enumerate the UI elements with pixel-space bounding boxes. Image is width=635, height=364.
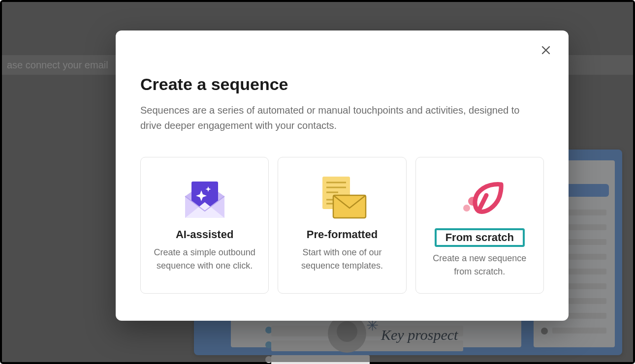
template-envelope-icon [313,170,372,224]
create-sequence-modal: Create a sequence Sequences are a series… [116,30,569,321]
option-title: AI-assisted [176,228,233,241]
option-title: Pre-formatted [307,228,378,241]
sequence-options: AI-assisted Create a simple outbound seq… [140,157,544,294]
close-icon [541,45,551,55]
option-title-highlight: From scratch [435,228,525,247]
close-button[interactable] [537,41,555,59]
option-description: Create a new sequence from scratch. [425,252,535,278]
svg-point-11 [463,205,470,212]
modal-title: Create a sequence [140,75,544,94]
option-title: From scratch [435,228,525,247]
option-pre-formatted[interactable]: Pre-formatted Start with one of our sequ… [278,157,406,294]
ai-envelope-icon [178,170,232,224]
option-from-scratch[interactable]: From scratch Create a new sequence from … [415,157,544,294]
option-description: Create a simple outbound sequence with o… [150,246,259,273]
option-description: Start with one of our sequence templates… [287,246,397,273]
option-ai-assisted[interactable]: AI-assisted Create a simple outbound seq… [140,157,269,294]
paper-plane-icon [450,170,509,224]
modal-subtitle: Sequences are a series of automated or m… [140,103,534,133]
